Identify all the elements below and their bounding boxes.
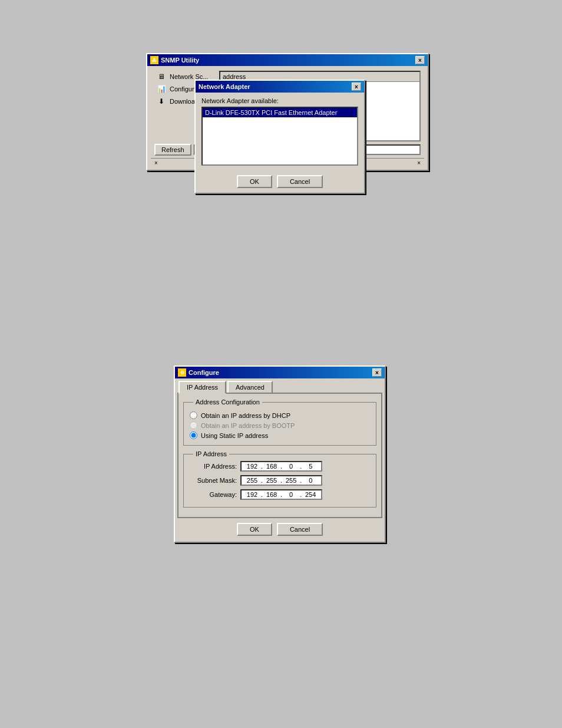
gateway-label: Gateway: [190,491,237,498]
network-adapter-close-button[interactable]: × [352,83,361,91]
network-adapter-titlebar: Network Adapter × [196,81,364,93]
configure-title-text: Configure [189,369,219,376]
subnet-part-4[interactable] [302,477,319,484]
subnet-part-3[interactable] [283,477,299,484]
ip-part-2[interactable] [263,463,280,470]
network-adapter-list-item[interactable]: D-Link DFE-530TX PCI Fast Ethernet Adapt… [203,108,357,117]
radio-dhcp[interactable] [190,411,197,419]
network-adapter-cancel-button[interactable]: Cancel [277,175,323,188]
network-scan-icon: 🖥 [157,72,166,81]
ip-address-row: IP Address: . . . [190,461,370,472]
configure-ok-button[interactable]: OK [237,523,272,536]
ip-section-legend: IP Address [193,450,229,457]
subnet-mask-label: Subnet Mask: [190,477,237,484]
radio-dhcp-label[interactable]: Obtain an IP address by DHCP [190,411,370,419]
tab-advanced[interactable]: Advanced [227,381,273,393]
snmp-bottom-close-left: × [154,160,158,166]
radio-static[interactable] [190,431,197,439]
gateway-part-3[interactable] [283,491,299,498]
configure-titlebar: ⚙ Configure × [175,367,385,378]
radio-static-label[interactable]: Using Static IP address [190,431,370,439]
network-adapter-listbox[interactable]: D-Link DFE-530TX PCI Fast Ethernet Adapt… [201,107,358,166]
configure-tab-content: Address Configuration Obtain an IP addre… [177,393,382,518]
configure-window: ⚙ Configure × IP Address Advanced Addres… [174,365,386,543]
network-adapter-content: Network Adapter available: D-Link DFE-53… [196,93,364,170]
configure-cancel-button[interactable]: Cancel [277,523,323,536]
radio-group: Obtain an IP address by DHCP Obtain an I… [190,409,370,442]
gateway-row: Gateway: . . . [190,489,370,500]
network-adapter-label: Network Adapter available: [201,97,358,104]
ip-address-input-group[interactable]: . . . [240,461,322,472]
network-adapter-dialog: Network Adapter × Network Adapter availa… [194,80,365,194]
network-adapter-ok-button[interactable]: OK [237,175,272,188]
radio-bootp-label[interactable]: Obtain an IP address by BOOTP [190,421,370,429]
snmp-close-button[interactable]: × [415,56,425,64]
subnet-input-group[interactable]: . . . [240,475,322,486]
gateway-part-1[interactable] [244,491,260,498]
ip-address-label: IP Address: [190,463,237,470]
download-icon: ⬇ [157,97,166,106]
subnet-part-1[interactable] [244,477,260,484]
refresh-button[interactable]: Refresh [154,144,191,156]
configure-icon: 📊 [157,84,166,94]
network-adapter-buttons: OK Cancel [196,170,364,193]
gateway-part-4[interactable] [302,491,319,498]
snmp-title-text: SNMP Utility [161,57,199,64]
tab-ip-address[interactable]: IP Address [178,381,226,394]
snmp-titlebar: 🖧 SNMP Utility × [147,54,428,66]
ip-part-1[interactable] [244,463,260,470]
snmp-bottom-close-right: × [417,160,421,166]
gateway-part-2[interactable] [263,491,280,498]
ip-part-3[interactable] [283,463,299,470]
ip-part-4[interactable] [302,463,319,470]
configure-buttons: OK Cancel [175,518,385,542]
snmp-title-icon: 🖧 [150,56,158,64]
subnet-part-2[interactable] [263,477,280,484]
ip-address-fieldset: IP Address IP Address: . . . Subnet Mask… [183,450,376,508]
configure-tab-bar: IP Address Advanced [175,378,385,393]
gateway-input-group[interactable]: . . . [240,489,322,500]
address-config-legend: Address Configuration [193,398,262,406]
configure-title-icon: ⚙ [178,368,186,377]
network-adapter-title: Network Adapter [199,83,250,90]
radio-bootp [190,421,197,429]
subnet-mask-row: Subnet Mask: . . . [190,475,370,486]
configure-close-button[interactable]: × [372,368,382,377]
address-config-fieldset: Address Configuration Obtain an IP addre… [183,398,376,446]
